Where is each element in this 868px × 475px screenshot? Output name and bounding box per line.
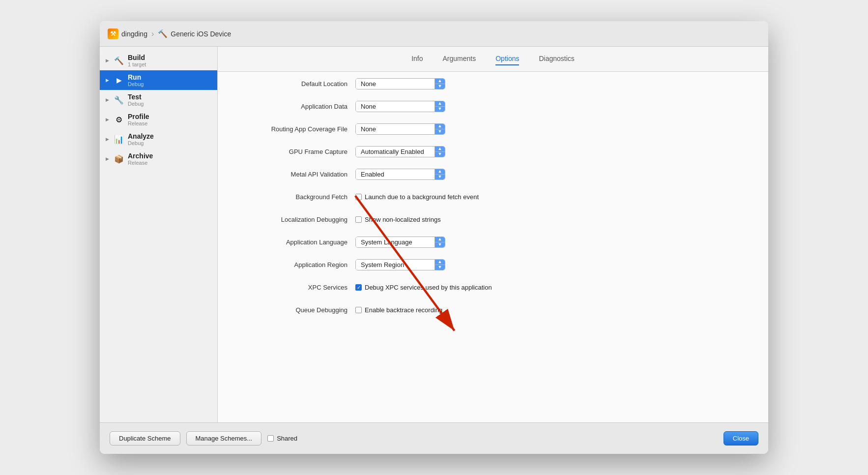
analyze-icon: 📊 <box>114 134 124 144</box>
sidebar-item-run[interactable]: ▶ ▶ Run Debug <box>100 70 217 90</box>
expand-arrow-profile: ▶ <box>106 117 109 122</box>
setting-row-metal-api-validation: Metal API Validation Enabled ▲ ▼ <box>218 167 768 181</box>
routing-app-coverage-down[interactable]: ▼ <box>435 129 445 134</box>
main-content: ▶ 🔨 Build 1 target ▶ ▶ Run Debug ▶ 🔧 <box>100 47 768 422</box>
application-data-down[interactable]: ▼ <box>435 107 445 112</box>
application-region-down[interactable]: ▼ <box>435 265 445 270</box>
default-location-value: None <box>356 79 434 89</box>
application-region-up[interactable]: ▲ <box>435 260 445 265</box>
titlebar: ⚒ dingding › 🔨 Generic iOS Device <box>100 21 768 47</box>
queue-debugging-text: Enable backtrace recording <box>365 306 442 314</box>
expand-arrow-run: ▶ <box>106 78 109 83</box>
sidebar-build-title: Build <box>128 54 146 61</box>
sidebar-run-subtitle: Debug <box>128 81 144 87</box>
tab-diagnostics[interactable]: Diagnostics <box>539 53 574 65</box>
gpu-frame-capture-select[interactable]: Automatically Enabled ▲ ▼ <box>355 146 445 157</box>
gpu-frame-capture-stepper[interactable]: ▲ ▼ <box>434 147 445 157</box>
project-name: dingding <box>121 30 147 38</box>
metal-api-validation-down[interactable]: ▼ <box>435 175 445 179</box>
application-data-stepper[interactable]: ▲ ▼ <box>434 101 445 112</box>
setting-row-xpc-services: XPC Services Debug XPC services used by … <box>218 280 768 294</box>
shared-label: Shared <box>277 435 297 442</box>
setting-control-application-region: System Region ▲ ▼ <box>355 259 768 270</box>
sidebar-item-test[interactable]: ▶ 🔧 Test Debug <box>100 90 217 110</box>
background-fetch-checkbox[interactable] <box>355 194 362 200</box>
sidebar-analyze-title: Analyze <box>128 132 154 140</box>
setting-control-routing-app-coverage: None ▲ ▼ <box>355 123 768 135</box>
sidebar-build-subtitle: 1 target <box>128 61 146 67</box>
tab-bar: Info Arguments Options Diagnostics <box>218 47 768 72</box>
default-location-up[interactable]: ▲ <box>435 79 445 84</box>
sidebar-item-analyze[interactable]: ▶ 📊 Analyze Debug <box>100 129 217 149</box>
xpc-services-text: Debug XPC services used by this applicat… <box>365 284 492 291</box>
setting-control-xpc-services: Debug XPC services used by this applicat… <box>355 284 768 291</box>
sidebar-profile-subtitle: Release <box>128 120 149 126</box>
routing-app-coverage-stepper[interactable]: ▲ ▼ <box>434 124 445 134</box>
bottom-bar: Duplicate Scheme Manage Schemes... Share… <box>100 422 768 454</box>
application-region-select[interactable]: System Region ▲ ▼ <box>355 259 445 270</box>
sidebar-archive-subtitle: Release <box>128 160 153 166</box>
xpc-services-checkbox-label[interactable]: Debug XPC services used by this applicat… <box>355 284 492 291</box>
routing-app-coverage-up[interactable]: ▲ <box>435 124 445 129</box>
hammer-icon: 🔨 <box>158 29 168 38</box>
close-button[interactable]: Close <box>723 431 758 445</box>
sidebar-run-title: Run <box>128 73 144 81</box>
breadcrumb: dingding › 🔨 Generic iOS Device <box>121 29 231 38</box>
routing-app-coverage-value: None <box>356 124 434 134</box>
tab-arguments[interactable]: Arguments <box>443 53 476 65</box>
application-language-up[interactable]: ▲ <box>435 237 445 242</box>
manage-schemes-button[interactable]: Manage Schemes... <box>186 431 262 445</box>
gpu-frame-capture-down[interactable]: ▼ <box>435 152 445 157</box>
sidebar-item-archive[interactable]: ▶ 📦 Archive Release <box>100 149 217 169</box>
localization-debugging-text: Show non-localized strings <box>365 216 441 223</box>
duplicate-scheme-button[interactable]: Duplicate Scheme <box>110 431 180 445</box>
background-fetch-text: Launch due to a background fetch event <box>365 193 479 201</box>
queue-debugging-checkbox-label[interactable]: Enable backtrace recording <box>355 306 442 314</box>
metal-api-validation-select[interactable]: Enabled ▲ ▼ <box>355 169 445 180</box>
setting-row-application-language: Application Language System Language ▲ ▼ <box>218 235 768 249</box>
default-location-stepper[interactable]: ▲ ▼ <box>434 79 445 89</box>
default-location-select[interactable]: None ▲ ▼ <box>355 78 445 89</box>
application-language-stepper[interactable]: ▲ ▼ <box>434 237 445 247</box>
queue-debugging-checkbox[interactable] <box>355 307 362 313</box>
localization-debugging-checkbox-label[interactable]: Show non-localized strings <box>355 216 441 223</box>
localization-debugging-checkbox[interactable] <box>355 216 362 223</box>
setting-control-application-language: System Language ▲ ▼ <box>355 237 768 248</box>
sidebar-item-build[interactable]: ▶ 🔨 Build 1 target <box>100 51 217 70</box>
breadcrumb-separator: › <box>151 30 154 38</box>
metal-api-validation-value: Enabled <box>356 169 434 179</box>
shared-checkbox-row: Shared <box>267 435 297 442</box>
metal-api-validation-stepper[interactable]: ▲ ▼ <box>434 169 445 179</box>
routing-app-coverage-select[interactable]: None ▲ ▼ <box>355 123 445 135</box>
setting-label-metal-api-validation: Metal API Validation <box>218 171 355 178</box>
application-data-up[interactable]: ▲ <box>435 101 445 107</box>
setting-label-routing-app-coverage: Routing App Coverage File <box>218 125 355 133</box>
application-data-select[interactable]: None ▲ ▼ <box>355 101 445 112</box>
application-language-select[interactable]: System Language ▲ ▼ <box>355 237 445 248</box>
sidebar-analyze-subtitle: Debug <box>128 140 154 146</box>
shared-checkbox[interactable] <box>267 435 274 442</box>
setting-control-application-data: None ▲ ▼ <box>355 101 768 112</box>
metal-api-validation-up[interactable]: ▲ <box>435 169 445 175</box>
default-location-down[interactable]: ▼ <box>435 84 445 89</box>
tab-info[interactable]: Info <box>411 53 423 65</box>
sidebar-item-profile[interactable]: ▶ ⚙ Profile Release <box>100 110 217 129</box>
setting-row-localization-debugging: Localization Debugging Show non-localize… <box>218 212 768 226</box>
application-region-stepper[interactable]: ▲ ▼ <box>434 260 445 270</box>
application-language-down[interactable]: ▼ <box>435 242 445 247</box>
device-name: Generic iOS Device <box>171 30 231 38</box>
sidebar-archive-title: Archive <box>128 152 153 160</box>
tab-options[interactable]: Options <box>495 53 519 65</box>
application-region-value: System Region <box>356 260 434 270</box>
background-fetch-checkbox-label[interactable]: Launch due to a background fetch event <box>355 193 479 201</box>
sidebar: ▶ 🔨 Build 1 target ▶ ▶ Run Debug ▶ 🔧 <box>100 47 218 422</box>
setting-control-localization-debugging: Show non-localized strings <box>355 216 768 223</box>
setting-control-background-fetch: Launch due to a background fetch event <box>355 193 768 201</box>
xpc-services-checkbox[interactable] <box>355 284 362 291</box>
wrench-icon: 🔧 <box>114 95 124 105</box>
setting-label-gpu-frame-capture: GPU Frame Capture <box>218 148 355 155</box>
right-panel: Info Arguments Options Diagnostics <box>218 47 768 422</box>
gpu-frame-capture-up[interactable]: ▲ <box>435 147 445 152</box>
setting-control-queue-debugging: Enable backtrace recording <box>355 306 768 314</box>
setting-control-gpu-frame-capture: Automatically Enabled ▲ ▼ <box>355 146 768 157</box>
